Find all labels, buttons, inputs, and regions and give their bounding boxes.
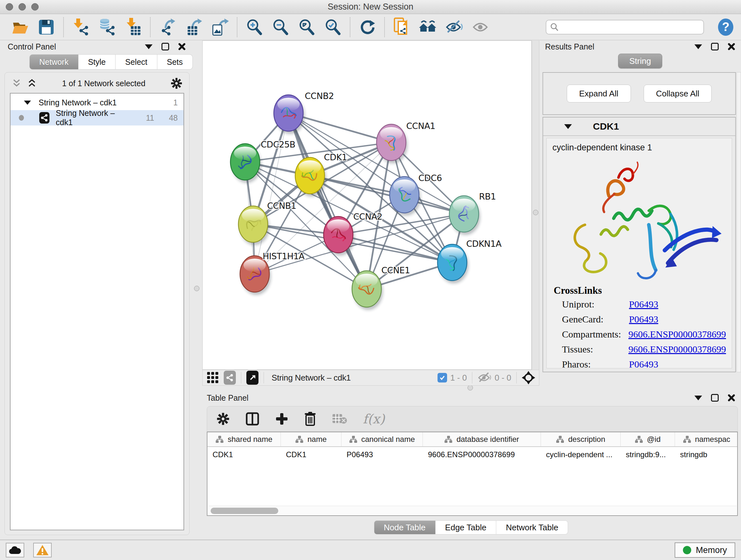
- network-row-selected[interactable]: String Network – cdk1 11 48: [10, 110, 184, 125]
- zoom-in-icon[interactable]: [245, 17, 264, 37]
- column-header-database-identifier[interactable]: database identifier: [423, 432, 541, 446]
- hidden-eye-icon[interactable]: [477, 372, 491, 383]
- table-cell[interactable]: stringdb: [675, 447, 738, 462]
- split-columns-icon[interactable]: [246, 412, 259, 426]
- close-window-icon[interactable]: [6, 3, 13, 10]
- node-CCNB2[interactable]: [274, 95, 305, 134]
- results-scrollbar[interactable]: [737, 72, 741, 372]
- crosshair-icon[interactable]: [522, 371, 535, 384]
- open-in-window-icon[interactable]: [246, 371, 259, 385]
- node-CCNB1[interactable]: [239, 206, 269, 245]
- column-header-canonical-name[interactable]: canonical name: [341, 432, 423, 446]
- panel-menu-icon[interactable]: [694, 395, 702, 400]
- panel-menu-icon[interactable]: [694, 44, 702, 49]
- crosslink-link[interactable]: 9606.ENSP00000378699: [628, 344, 726, 355]
- table-cell[interactable]: 9606.ENSP00000378699: [423, 447, 541, 462]
- column-header-name[interactable]: name: [281, 432, 341, 446]
- export-table-icon[interactable]: [185, 17, 203, 37]
- tab-node-table[interactable]: Node Table: [374, 520, 435, 535]
- zoom-selected-icon[interactable]: [324, 17, 342, 37]
- node-RB1[interactable]: [449, 196, 480, 235]
- export-network-icon[interactable]: [158, 17, 177, 37]
- expand-all-button[interactable]: Expand All: [567, 84, 631, 103]
- zoom-out-icon[interactable]: [271, 17, 290, 37]
- search-input[interactable]: [562, 23, 696, 32]
- canvas-right-splitter[interactable]: [532, 41, 539, 370]
- table-row[interactable]: CDK1CDK1P064939606.ENSP00000378699cyclin…: [207, 447, 737, 462]
- expand-all-chevron-icon[interactable]: [27, 78, 37, 88]
- open-session-icon[interactable]: [11, 17, 29, 37]
- node-CCNE1[interactable]: [352, 271, 383, 310]
- panel-menu-icon[interactable]: [145, 44, 152, 49]
- share-view-icon[interactable]: [224, 371, 236, 385]
- collection-expand-icon[interactable]: [24, 101, 31, 105]
- gene-card-header[interactable]: CDK1: [543, 118, 735, 136]
- tab-sets[interactable]: Sets: [157, 54, 193, 70]
- table-cell[interactable]: CDK1: [207, 447, 281, 462]
- table-hscroll-thumb[interactable]: [211, 508, 278, 514]
- cloud-button[interactable]: [6, 543, 24, 557]
- hide-selection-eye-icon[interactable]: [445, 17, 463, 37]
- function-builder-icon[interactable]: f(x): [363, 412, 385, 426]
- crosslink-link[interactable]: 9606.ENSP00000378699: [628, 329, 726, 340]
- tab-string[interactable]: String: [618, 54, 662, 68]
- panel-close-icon[interactable]: [728, 43, 735, 51]
- warning-button[interactable]: [33, 543, 52, 557]
- panel-float-icon[interactable]: [711, 43, 719, 51]
- panel-close-icon[interactable]: [178, 43, 186, 51]
- crosslink-link[interactable]: P06493: [629, 359, 658, 368]
- network-options-gear-icon[interactable]: [171, 78, 182, 89]
- help-icon[interactable]: ?: [718, 18, 734, 36]
- tab-edge-table[interactable]: Edge Table: [435, 520, 496, 535]
- tab-network-table[interactable]: Network Table: [496, 520, 568, 535]
- table-hscrollbar[interactable]: [208, 506, 737, 515]
- delete-column-icon[interactable]: [304, 412, 316, 426]
- node-CCNA2[interactable]: [324, 216, 354, 256]
- save-session-icon[interactable]: [37, 17, 56, 37]
- apply-layout-icon[interactable]: [358, 17, 377, 37]
- memory-button[interactable]: Memory: [675, 543, 735, 558]
- selected-checkbox-icon[interactable]: [437, 373, 447, 382]
- table-options-gear-icon[interactable]: [217, 413, 229, 425]
- tab-network[interactable]: Network: [29, 54, 78, 70]
- panel-close-icon[interactable]: [728, 394, 735, 401]
- table-cell[interactable]: stringdb:9...: [621, 447, 675, 462]
- maximize-window-icon[interactable]: [31, 3, 39, 10]
- right-splitter-handle[interactable]: [533, 210, 538, 215]
- table-cell[interactable]: P06493: [341, 447, 423, 462]
- copy-network-icon[interactable]: [393, 17, 411, 37]
- node-CCNA1[interactable]: [377, 124, 408, 164]
- export-image-icon[interactable]: [211, 17, 229, 37]
- import-table-file-icon[interactable]: [124, 17, 142, 37]
- column-header-description[interactable]: description: [541, 432, 621, 446]
- zoom-fit-icon[interactable]: [297, 17, 316, 37]
- node-HIST1H1A[interactable]: [240, 256, 271, 295]
- minimize-window-icon[interactable]: [18, 3, 26, 10]
- collapse-all-button[interactable]: Collapse All: [644, 84, 712, 103]
- tab-style[interactable]: Style: [78, 54, 116, 70]
- network-collection-row[interactable]: String Network – cdk1 1: [10, 95, 184, 110]
- add-column-icon[interactable]: [275, 413, 288, 425]
- grid-view-icon[interactable]: [206, 371, 219, 384]
- gene-expand-icon[interactable]: [564, 124, 572, 129]
- bottom-splitter-handle[interactable]: [468, 385, 473, 390]
- network-graph[interactable]: CCNB2CCNA1CDC25BCDK1CDC6RB1CCNB1CCNA2CDK…: [203, 41, 532, 370]
- delete-table-icon[interactable]: [332, 414, 347, 424]
- node-CDK1[interactable]: [295, 158, 326, 197]
- first-neighbors-icon[interactable]: [419, 17, 437, 37]
- tab-select[interactable]: Select: [116, 54, 157, 70]
- column-header--id[interactable]: @id: [621, 432, 675, 446]
- edge-CCNB2-CCNE1[interactable]: [288, 113, 367, 289]
- crosslink-link[interactable]: P06493: [629, 314, 658, 325]
- table-cell[interactable]: CDK1: [281, 447, 341, 462]
- left-splitter-handle[interactable]: [194, 286, 199, 291]
- network-canvas[interactable]: CCNB2CCNA1CDC25BCDK1CDC6RB1CCNB1CCNA2CDK…: [202, 41, 532, 370]
- collapse-all-chevron-icon[interactable]: [12, 78, 21, 88]
- import-network-file-icon[interactable]: [71, 17, 90, 37]
- node-table[interactable]: shared namenamecanonical namedatabase id…: [207, 432, 738, 516]
- column-header-namespac[interactable]: namespac: [675, 432, 738, 446]
- column-header-shared-name[interactable]: shared name: [207, 432, 281, 446]
- table-cell[interactable]: cyclin-dependent ...: [541, 447, 621, 462]
- crosslink-link[interactable]: P06493: [629, 299, 658, 310]
- panel-float-icon[interactable]: [711, 394, 719, 401]
